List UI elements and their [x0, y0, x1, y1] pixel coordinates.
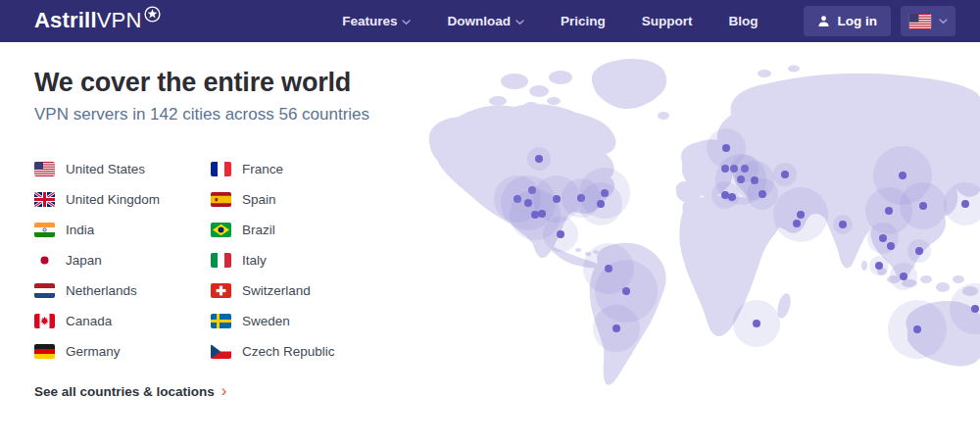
country-item-sweden[interactable]: Sweden: [211, 314, 335, 328]
country-item-spain[interactable]: Spain: [211, 192, 335, 207]
user-icon: [817, 15, 830, 27]
ca-flag-icon: [34, 314, 55, 328]
nav-item-download[interactable]: Download: [447, 14, 524, 28]
es-flag-icon: [211, 192, 231, 207]
main-nav: FeaturesDownloadPricingSupportBlog: [342, 14, 758, 28]
server-location-dot: [531, 211, 539, 219]
server-location-dot: [781, 171, 789, 178]
nav-item-label: Support: [642, 14, 693, 28]
chevron-right-icon: ›: [221, 382, 227, 399]
country-item-france[interactable]: France: [211, 162, 335, 176]
country-list-column-2: FranceSpainBrazilItalySwitzerlandSwedenC…: [211, 162, 335, 359]
server-location-dot: [971, 305, 979, 313]
server-location-dot: [839, 221, 847, 228]
server-location-dot: [793, 220, 801, 227]
language-selector[interactable]: [901, 6, 956, 36]
jp-flag-icon: [34, 253, 55, 268]
nav-item-pricing[interactable]: Pricing: [561, 14, 606, 28]
server-location-dot: [913, 325, 921, 333]
world-map-svg: [421, 44, 980, 448]
country-label: Switzerland: [242, 283, 311, 298]
server-location-dot: [899, 172, 906, 179]
server-location-dot: [887, 242, 895, 250]
brand-name-bold: Astrill: [34, 9, 97, 32]
country-item-united-kingdom[interactable]: United Kingdom: [34, 192, 211, 207]
server-location-dot: [722, 144, 730, 152]
country-columns: United StatesUnited KingdomIndiaJapanNet…: [34, 162, 431, 359]
server-location-dot: [875, 262, 883, 270]
country-label: Canada: [66, 314, 112, 328]
login-button[interactable]: Log in: [804, 6, 892, 36]
nav-item-blog[interactable]: Blog: [729, 14, 759, 28]
country-label: Sweden: [242, 314, 290, 328]
country-item-switzerland[interactable]: Switzerland: [211, 283, 335, 298]
server-location-dot: [597, 200, 605, 208]
country-label: India: [66, 223, 94, 237]
chevron-down-icon: [939, 19, 948, 25]
world-map: [421, 44, 980, 448]
chevron-down-icon: [515, 20, 524, 25]
server-location-dot: [961, 200, 969, 208]
country-list-column-1: United StatesUnited KingdomIndiaJapanNet…: [34, 162, 211, 359]
country-item-united-states[interactable]: United States: [34, 162, 211, 176]
server-location-dot: [612, 324, 620, 332]
us-flag-icon: [908, 14, 932, 29]
country-label: Germany: [66, 344, 121, 359]
us-flag-icon: [34, 162, 55, 176]
server-location-dot: [759, 190, 766, 198]
country-label: Spain: [242, 192, 276, 207]
nav-item-label: Blog: [729, 14, 759, 28]
section-title: We cover the entire world: [34, 68, 431, 98]
in-flag-icon: [34, 223, 55, 237]
see-all-countries-link[interactable]: See all countries & locations ›: [34, 384, 226, 399]
fr-flag-icon: [211, 162, 231, 176]
ch-flag-icon: [211, 283, 231, 298]
star-badge-icon: [144, 6, 161, 23]
nav-item-label: Download: [447, 14, 511, 28]
country-label: Japan: [66, 253, 102, 268]
country-label: Italy: [242, 253, 267, 268]
country-item-canada[interactable]: Canada: [34, 314, 211, 328]
country-item-czech-republic[interactable]: Czech Republic: [211, 344, 335, 359]
server-location-dot: [753, 320, 760, 327]
nl-flag-icon: [34, 283, 55, 298]
se-flag-icon: [211, 314, 231, 328]
login-label: Log in: [838, 14, 878, 28]
server-location-dot: [622, 287, 630, 295]
nav-item-label: Pricing: [561, 14, 606, 28]
country-label: United States: [66, 162, 145, 176]
brand-name-light: VPN: [97, 9, 142, 32]
country-item-netherlands[interactable]: Netherlands: [34, 283, 211, 298]
server-location-dot: [797, 211, 805, 219]
world-coverage-section: We cover the entire world VPN servers in…: [0, 42, 980, 448]
cz-flag-icon: [211, 344, 231, 359]
server-location-dot: [728, 193, 736, 201]
country-item-germany[interactable]: Germany: [34, 344, 211, 359]
country-item-italy[interactable]: Italy: [211, 253, 335, 268]
gb-flag-icon: [34, 192, 55, 207]
server-location-dot: [900, 273, 907, 280]
country-item-brazil[interactable]: Brazil: [211, 223, 335, 237]
server-location-dot: [919, 202, 927, 210]
brand-logo[interactable]: AstrillVPN: [34, 9, 161, 32]
server-location-dot: [915, 247, 923, 255]
country-label: Czech Republic: [242, 344, 335, 359]
country-label: Netherlands: [66, 283, 137, 298]
astrillvpn-page: AstrillVPN FeaturesDownloadPricingSuppor…: [0, 0, 980, 448]
top-nav-bar: AstrillVPN FeaturesDownloadPricingSuppor…: [0, 0, 980, 42]
country-item-japan[interactable]: Japan: [34, 253, 211, 268]
server-location-dot: [538, 210, 546, 218]
chevron-down-icon: [402, 20, 411, 25]
section-subtitle: VPN servers in 142 cities across 56 coun…: [34, 105, 431, 124]
server-location-dot: [535, 155, 543, 163]
it-flag-icon: [211, 253, 231, 268]
country-label: Brazil: [242, 223, 275, 237]
nav-item-support[interactable]: Support: [642, 14, 693, 28]
country-item-india[interactable]: India: [34, 223, 211, 237]
see-all-label: See all countries & locations: [34, 384, 215, 399]
server-location-dot: [721, 191, 729, 199]
nav-item-label: Features: [342, 14, 397, 28]
server-location-dot: [557, 230, 564, 238]
br-flag-icon: [211, 223, 231, 237]
nav-item-features[interactable]: Features: [342, 14, 411, 28]
